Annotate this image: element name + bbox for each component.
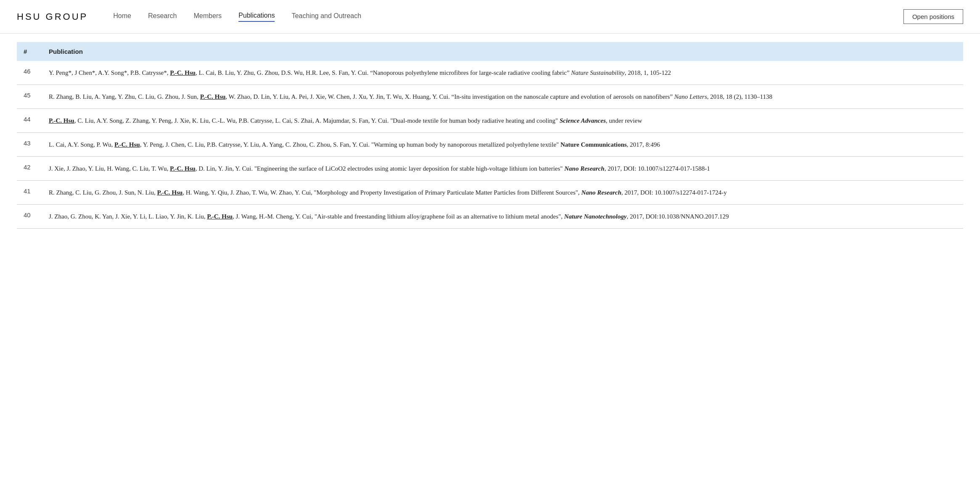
table-row: 46Y. Peng*, J Chen*, A.Y. Song*, P.B. Ca… bbox=[17, 61, 963, 85]
pub-citation: J. Zhao, G. Zhou, K. Yan, J. Xie, Y. Li,… bbox=[42, 205, 963, 229]
pub-number: 41 bbox=[17, 181, 42, 205]
pub-number: 42 bbox=[17, 157, 42, 181]
nav-link-teaching-and-outreach[interactable]: Teaching and Outreach bbox=[291, 12, 361, 21]
col-number-header: # bbox=[17, 42, 42, 61]
pub-number: 43 bbox=[17, 133, 42, 157]
table-row: 40J. Zhao, G. Zhou, K. Yan, J. Xie, Y. L… bbox=[17, 205, 963, 229]
main-nav: HomeResearchMembersPublicationsTeaching … bbox=[113, 12, 903, 22]
pub-number: 40 bbox=[17, 205, 42, 229]
pub-number: 46 bbox=[17, 61, 42, 85]
pub-number: 45 bbox=[17, 85, 42, 109]
pub-citation: Y. Peng*, J Chen*, A.Y. Song*, P.B. Catr… bbox=[42, 61, 963, 85]
table-row: 41R. Zhang, C. Liu, G. Zhou, J. Sun, N. … bbox=[17, 181, 963, 205]
publications-table: # Publication 46Y. Peng*, J Chen*, A.Y. … bbox=[17, 42, 963, 229]
pub-citation: R. Zhang, C. Liu, G. Zhou, J. Sun, N. Li… bbox=[42, 181, 963, 205]
table-row: 42J. Xie, J. Zhao, Y. Liu, H. Wang, C. L… bbox=[17, 157, 963, 181]
table-row: 45R. Zhang, B. Liu, A. Yang, Y. Zhu, C. … bbox=[17, 85, 963, 109]
nav-link-research[interactable]: Research bbox=[148, 12, 177, 21]
site-header: HSU GROUP HomeResearchMembersPublication… bbox=[0, 0, 980, 34]
col-publication-header: Publication bbox=[42, 42, 963, 61]
pub-citation: P.-C. Hsu, C. Liu, A.Y. Song, Z. Zhang, … bbox=[42, 109, 963, 133]
pub-citation: J. Xie, J. Zhao, Y. Liu, H. Wang, C. Liu… bbox=[42, 157, 963, 181]
pub-number: 44 bbox=[17, 109, 42, 133]
table-row: 44P.-C. Hsu, C. Liu, A.Y. Song, Z. Zhang… bbox=[17, 109, 963, 133]
nav-link-publications[interactable]: Publications bbox=[238, 12, 275, 22]
main-content: # Publication 46Y. Peng*, J Chen*, A.Y. … bbox=[0, 34, 980, 237]
nav-link-home[interactable]: Home bbox=[113, 12, 131, 21]
pub-citation: L. Cai, A.Y. Song, P. Wu, P.-C. Hsu, Y. … bbox=[42, 133, 963, 157]
open-positions-button[interactable]: Open positions bbox=[903, 9, 963, 24]
table-header-row: # Publication bbox=[17, 42, 963, 61]
site-title: HSU GROUP bbox=[17, 11, 88, 22]
table-row: 43L. Cai, A.Y. Song, P. Wu, P.-C. Hsu, Y… bbox=[17, 133, 963, 157]
pub-citation: R. Zhang, B. Liu, A. Yang, Y. Zhu, C. Li… bbox=[42, 85, 963, 109]
nav-link-members[interactable]: Members bbox=[193, 12, 222, 21]
